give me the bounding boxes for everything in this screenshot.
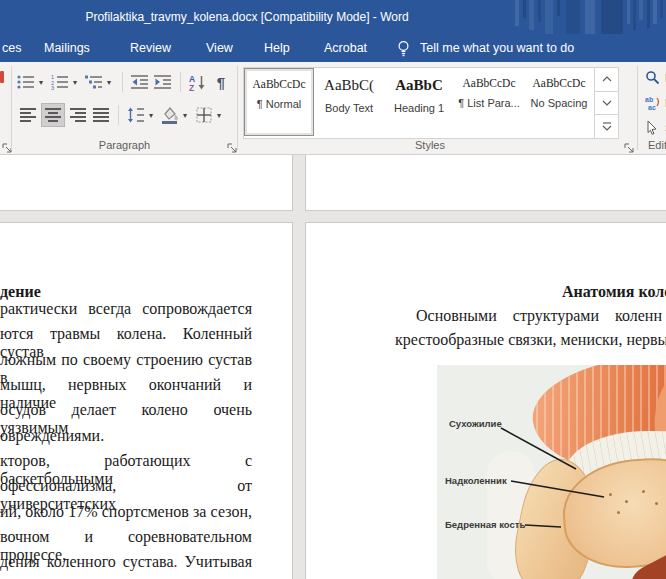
doc-line: рактически всегда сопровождается [0, 300, 252, 322]
replace-button[interactable]: ab ac Replace [645, 95, 666, 110]
justify-icon[interactable] [91, 105, 111, 125]
show-paragraph-marks-icon[interactable]: ¶ [211, 72, 231, 92]
style-preview: AaBbC( [314, 77, 384, 94]
bullets-dropdown-icon[interactable]: ▾ [39, 78, 47, 87]
style-no-spacing[interactable]: AaBbCcDc No Spacing [524, 68, 594, 136]
figure-label-tendon: Сухожилие [449, 418, 502, 429]
tell-me-box[interactable]: Tell me what you want to do [420, 34, 574, 62]
paragraph-group-label: Paragraph [12, 139, 237, 151]
styles-group-label: Styles [243, 139, 617, 151]
paragraph-group-row1: ▾ 123 ▾ ▾ A [16, 71, 231, 93]
shading-dropdown-icon[interactable]: ▾ [183, 111, 191, 120]
figure-label-kneecap: Надколенник [445, 475, 507, 486]
doc-line: мышц, нервных окончаний и наличие [0, 376, 252, 398]
tab-acrobat[interactable]: Acrobat [324, 34, 367, 62]
titlebar-decoration [511, 0, 666, 34]
select-button[interactable]: Select [645, 120, 666, 135]
figure-leader-lines [437, 365, 666, 579]
sort-icon[interactable]: A Z [188, 72, 208, 92]
multilevel-dropdown-icon[interactable]: ▾ [107, 78, 115, 87]
decrease-indent-icon[interactable] [130, 72, 150, 92]
multilevel-list-icon[interactable] [84, 72, 104, 92]
align-left-icon[interactable] [18, 105, 38, 125]
style-preview: AaBbCcDc [245, 78, 313, 90]
separator [118, 105, 119, 125]
increase-indent-icon[interactable] [153, 72, 173, 92]
svg-text:Z: Z [189, 82, 194, 91]
doc-line: крестообразные связки, мениски, нервы, к… [395, 331, 666, 349]
doc-heading-anatomy: Анатомия коле [562, 283, 666, 301]
titlebar: Profilaktika_travmy_kolena.docx [Compati… [0, 0, 666, 34]
style-heading-1[interactable]: AaBbC Heading 1 [384, 68, 454, 136]
ribbon-tab-bar: ces Mailings Review View Help Acrobat Te… [0, 34, 666, 62]
doc-line: ложным по своему строению сустав в [0, 351, 252, 373]
doc-line-with-red-period: дения коленного сустава. Учитывая [0, 553, 252, 575]
style-label: ¶ Normal [245, 98, 313, 110]
find-icon [645, 70, 660, 85]
align-center-icon[interactable] [41, 103, 65, 127]
group-separator [637, 66, 638, 150]
red-period: . [174, 553, 178, 570]
bullets-icon[interactable] [16, 72, 36, 92]
doc-line: офессионализма, от университетских [0, 477, 252, 499]
tab-review[interactable]: Review [130, 34, 171, 62]
styles-more-icon[interactable] [595, 115, 618, 138]
find-button[interactable]: Find [645, 70, 666, 85]
separator [122, 72, 123, 92]
style-label: No Spacing [524, 97, 594, 109]
styles-gallery-scroll [594, 68, 618, 138]
styles-scroll-down-icon[interactable] [595, 92, 618, 116]
numbering-dropdown-icon[interactable]: ▾ [73, 78, 81, 87]
lightbulb-icon [396, 40, 411, 61]
document-canvas: дение рактически всегда сопровождается ю… [0, 155, 666, 579]
style-label: Body Text [314, 102, 384, 114]
paragraph-group-row2: ▾ ▾ ▾ [18, 103, 225, 127]
doc-line: ются травмы колена. Коленный сустав [0, 325, 252, 347]
ribbon: ▾ 123 ▾ ▾ A [0, 62, 666, 155]
styles-gallery: AaBbCcDc ¶ Normal AaBbC( Body Text AaBbC… [243, 67, 619, 139]
numbering-icon[interactable]: 123 [50, 72, 70, 92]
doc-line: кторов, работающих с баскетбольными [0, 452, 252, 474]
line-spacing-icon[interactable] [126, 105, 146, 125]
replace-icon: ab ac [645, 95, 660, 110]
doc-line: ий, около 17% спортсменов за сезон, [0, 503, 252, 525]
group-separator [11, 66, 12, 150]
window-title: Profilaktika_travmy_kolena.docx [Compati… [0, 0, 494, 34]
select-icon [645, 120, 660, 135]
borders-icon[interactable] [194, 105, 214, 125]
editing-group-label: Editing [648, 139, 666, 151]
knee-anatomy-figure[interactable]: Сухожилие Надколенник Бедренная кость [437, 365, 666, 579]
svg-text:ab: ab [645, 96, 653, 103]
doc-line: вочном и соревновательном процессе, [0, 528, 252, 550]
styles-scroll-up-icon[interactable] [595, 68, 618, 92]
page-top-left[interactable] [0, 155, 293, 211]
svg-text:ac: ac [648, 104, 656, 111]
shading-icon[interactable] [160, 105, 180, 125]
style-preview: AaBbCcDc [454, 77, 524, 89]
page-top-right[interactable] [305, 155, 666, 211]
doc-line: Основными структурами коленн [416, 307, 662, 325]
styles-dialog-launcher-icon[interactable] [624, 140, 635, 151]
doc-line: осудов делает колено очень уязвимым [0, 401, 252, 423]
style-list-paragraph[interactable]: AaBbCcDc ¶ List Para... [454, 68, 524, 136]
font-color-icon-partial[interactable] [0, 71, 4, 83]
borders-dropdown-icon[interactable]: ▾ [217, 111, 225, 120]
tab-references-partial[interactable]: ces [2, 34, 21, 62]
tab-help[interactable]: Help [264, 34, 290, 62]
separator [180, 72, 181, 92]
style-normal[interactable]: AaBbCcDc ¶ Normal [244, 68, 314, 136]
tab-mailings[interactable]: Mailings [44, 34, 90, 62]
style-body-text[interactable]: AaBbC( Body Text [314, 68, 384, 136]
svg-text:3: 3 [51, 85, 54, 90]
style-preview: AaBbCcDc [524, 77, 594, 89]
style-label: ¶ List Para... [454, 97, 524, 109]
group-separator [237, 66, 238, 150]
align-right-icon[interactable] [68, 105, 88, 125]
tab-view[interactable]: View [206, 34, 233, 62]
style-label: Heading 1 [384, 102, 454, 114]
style-preview: AaBbC [384, 77, 454, 94]
line-spacing-dropdown-icon[interactable]: ▾ [149, 111, 157, 120]
figure-label-femur: Бедренная кость [445, 519, 525, 530]
doc-line: овреждениями. [0, 427, 252, 449]
